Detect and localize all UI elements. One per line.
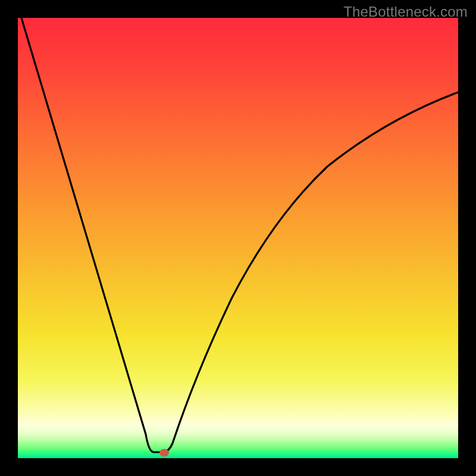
plot-area (18, 18, 458, 458)
bottleneck-curve-right (164, 92, 458, 452)
curve-svg (18, 18, 458, 458)
minimum-marker (159, 449, 169, 457)
bottleneck-curve-left (21, 18, 164, 452)
chart-frame: TheBottleneck.com (0, 0, 476, 476)
